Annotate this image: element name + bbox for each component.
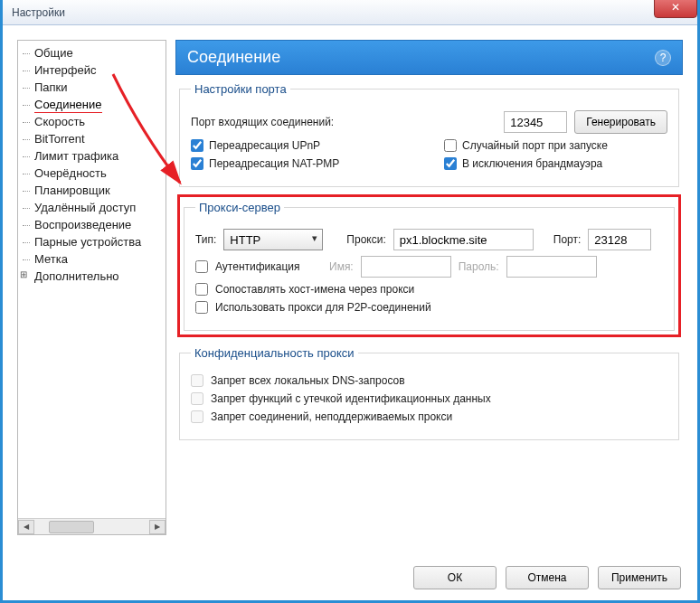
privacy-legend: Конфиденциальность прокси xyxy=(191,346,358,360)
proxy-server-group: Прокси-сервер Тип: HTTP Прокси: Порт: xyxy=(184,201,675,331)
tree-item-1[interactable]: Интерфейс xyxy=(18,61,166,79)
proxy-host-input[interactable] xyxy=(393,229,534,250)
natpmp-label: Переадресация NAT-PMP xyxy=(209,157,339,170)
scroll-right-button[interactable]: ▶ xyxy=(149,520,166,534)
tree-items: ОбщиеИнтерфейсПапкиСоединениеСкоростьBit… xyxy=(18,41,166,518)
proxy-port-label: Порт: xyxy=(553,233,582,246)
firewall-row: В исключения брандмауэра xyxy=(444,157,602,170)
leak-label: Запрет функций с утечкой идентификационн… xyxy=(211,392,491,405)
unsupp-checkbox xyxy=(191,410,203,423)
proxy-host-label: Прокси: xyxy=(346,233,385,246)
proxy-type-label: Тип: xyxy=(195,233,216,246)
auth-label: Аутентификация xyxy=(215,260,322,273)
proxy-type-select-wrap: HTTP xyxy=(223,229,323,250)
tree-item-2[interactable]: Папки xyxy=(18,79,166,96)
settings-window: Настройки ✕ ОбщиеИнтерфейсПапкиСоединени… xyxy=(0,0,700,603)
auth-checkbox[interactable] xyxy=(195,260,208,273)
help-icon[interactable]: ? xyxy=(655,50,671,66)
window-body: ОбщиеИнтерфейсПапкиСоединениеСкоростьBit… xyxy=(3,25,697,550)
proxy-privacy-group: Конфиденциальность прокси Запрет всех ло… xyxy=(179,346,679,440)
random-port-row: Случайный порт при запуске xyxy=(444,139,608,152)
leak-checkbox xyxy=(191,392,203,405)
p2p-checkbox[interactable] xyxy=(195,301,208,314)
main-panel: Соединение ? Настройки порта Порт входящ… xyxy=(175,40,683,535)
category-tree[interactable]: ОбщиеИнтерфейсПапкиСоединениеСкоростьBit… xyxy=(17,40,166,535)
highlighted-proxy-box: Прокси-сервер Тип: HTTP Прокси: Порт: xyxy=(177,194,681,337)
proxy-legend: Прокси-сервер xyxy=(195,201,284,214)
tree-item-6[interactable]: Лимит трафика xyxy=(18,147,166,165)
apply-button[interactable]: Применить xyxy=(598,566,681,589)
proxy-port-input[interactable] xyxy=(588,229,651,250)
firewall-checkbox[interactable] xyxy=(444,157,457,170)
window-title: Настройки xyxy=(12,6,65,19)
natpmp-checkbox[interactable] xyxy=(191,157,203,170)
upnp-checkbox[interactable] xyxy=(191,139,203,152)
port-settings-group: Настройки порта Порт входящих соединений… xyxy=(179,82,679,187)
port-settings-legend: Настройки порта xyxy=(191,82,290,96)
dns-checkbox xyxy=(191,374,203,387)
generate-port-button[interactable]: Генерировать xyxy=(574,110,667,134)
natpmp-row: Переадресация NAT-PMP xyxy=(191,157,408,170)
random-port-label: Случайный порт при запуске xyxy=(462,139,608,152)
tree-item-0[interactable]: Общие xyxy=(18,44,166,61)
panel-header: Соединение ? xyxy=(175,40,683,75)
username-label: Имя: xyxy=(329,260,354,273)
scroll-left-button[interactable]: ◀ xyxy=(18,520,34,534)
proxy-type-select[interactable]: HTTP xyxy=(223,229,323,250)
tree-item-9[interactable]: Удалённый доступ xyxy=(18,199,166,216)
random-port-checkbox[interactable] xyxy=(444,139,457,152)
title-bar: Настройки ✕ xyxy=(3,0,697,25)
tree-item-12[interactable]: Метка xyxy=(18,250,166,268)
hostnames-checkbox[interactable] xyxy=(195,283,208,296)
tree-item-3[interactable]: Соединение xyxy=(18,96,166,113)
tree-item-4[interactable]: Скорость xyxy=(18,113,166,130)
hostnames-label: Сопоставлять хост-имена через прокси xyxy=(215,283,414,296)
tree-item-10[interactable]: Воспроизведение xyxy=(18,216,166,233)
p2p-label: Использовать прокси для P2P-соединений xyxy=(215,301,431,314)
upnp-row: Переадресация UPnP xyxy=(191,139,408,152)
close-button[interactable]: ✕ xyxy=(654,0,697,18)
incoming-port-label: Порт входящих соединений: xyxy=(191,116,497,128)
username-input xyxy=(361,256,451,278)
ok-button[interactable]: ОК xyxy=(413,566,497,589)
incoming-port-input[interactable] xyxy=(504,111,567,133)
dns-label: Запрет всех локальных DNS-запросов xyxy=(211,374,405,387)
panel-title: Соединение xyxy=(187,48,280,67)
dialog-footer: ОК Отмена Применить xyxy=(413,566,681,589)
tree-item-8[interactable]: Планировщик xyxy=(18,182,166,199)
upnp-label: Переадресация UPnP xyxy=(209,139,320,152)
tree-item-7[interactable]: Очерёдность xyxy=(18,165,166,182)
scroll-track[interactable] xyxy=(34,520,149,534)
firewall-label: В исключения брандмауэра xyxy=(462,157,602,170)
scroll-thumb[interactable] xyxy=(49,521,94,533)
tree-item-5[interactable]: BitTorrent xyxy=(18,130,166,147)
cancel-button[interactable]: Отмена xyxy=(506,566,589,589)
unsupp-label: Запрет соединений, неподдерживаемых прок… xyxy=(211,410,452,423)
tree-item-11[interactable]: Парные устройства xyxy=(18,233,166,250)
tree-h-scrollbar[interactable]: ◀ ▶ xyxy=(18,518,166,534)
password-input xyxy=(506,256,597,278)
password-label: Пароль: xyxy=(459,260,499,273)
tree-item-13[interactable]: Дополнительно xyxy=(18,268,166,285)
